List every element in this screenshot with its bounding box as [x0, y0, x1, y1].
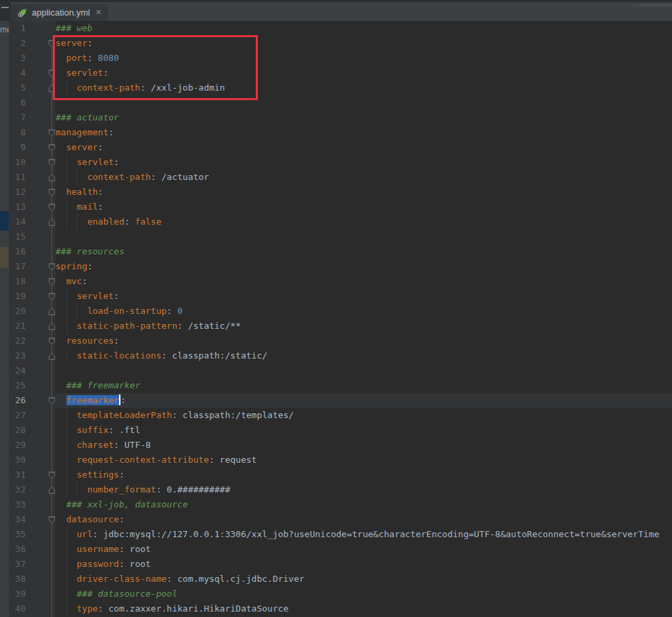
fold-end-marker[interactable]: [48, 174, 55, 181]
code-line[interactable]: [55, 229, 672, 244]
gutter-row[interactable]: 26: [9, 393, 55, 408]
gutter-row[interactable]: 20: [9, 304, 55, 319]
code-line[interactable]: server:: [55, 36, 672, 51]
code-line[interactable]: driver-class-name: com.mysql.cj.jdbc.Dri…: [55, 572, 672, 587]
fold-end-marker[interactable]: [48, 486, 55, 494]
editor[interactable]: ### webserver:port: 8080servlet:context-…: [55, 21, 672, 617]
gutter-row[interactable]: 9: [9, 140, 55, 155]
gutter-row[interactable]: 34: [9, 512, 55, 527]
line-number[interactable]: 16: [9, 244, 26, 259]
fold-start-marker[interactable]: [48, 516, 55, 524]
gutter-row[interactable]: 10: [9, 155, 55, 170]
line-number[interactable]: 14: [9, 214, 26, 229]
code-line[interactable]: resources:: [55, 334, 672, 348]
line-number[interactable]: 36: [9, 542, 26, 557]
line-number[interactable]: 35: [9, 527, 26, 542]
gutter-row[interactable]: 6: [9, 95, 55, 110]
line-number[interactable]: 34: [9, 512, 26, 527]
fold-start-marker[interactable]: [48, 144, 55, 152]
code-line[interactable]: spring:: [55, 259, 672, 274]
line-number[interactable]: 10: [9, 155, 26, 170]
gutter-row[interactable]: 3: [9, 51, 55, 66]
gutter-row[interactable]: 36: [9, 542, 55, 557]
line-number[interactable]: 15: [9, 229, 26, 244]
line-number[interactable]: 25: [9, 378, 26, 393]
fold-start-marker[interactable]: [48, 397, 55, 405]
line-number[interactable]: 39: [9, 587, 26, 601]
gutter-row[interactable]: 35: [9, 527, 55, 542]
fold-end-marker[interactable]: [48, 323, 55, 330]
tab-close-icon[interactable]: ✕: [95, 9, 102, 16]
fold-start-marker[interactable]: [48, 70, 55, 77]
code-line[interactable]: type: com.zaxxer.hikari.HikariDataSource: [55, 601, 672, 616]
code-line[interactable]: server:: [55, 140, 672, 155]
line-number[interactable]: 27: [9, 408, 26, 423]
tab-application-yml[interactable]: application.yml ✕: [11, 4, 108, 21]
code-line[interactable]: static-path-pattern: /static/**: [55, 319, 672, 334]
gutter-row[interactable]: 23: [9, 348, 55, 363]
line-number[interactable]: 19: [9, 289, 26, 304]
gutter-row[interactable]: 39: [9, 587, 55, 601]
gutter-row[interactable]: 37: [9, 557, 55, 572]
gutter-row[interactable]: 17: [9, 259, 55, 274]
fold-end-marker[interactable]: [48, 308, 55, 315]
gutter-row[interactable]: 40: [9, 601, 55, 616]
code-line[interactable]: port: 8080: [55, 51, 672, 66]
code-line[interactable]: mvc:: [55, 274, 672, 289]
code-line[interactable]: context-path: /actuator: [55, 170, 672, 185]
code-line[interactable]: servlet:: [55, 66, 672, 81]
line-number[interactable]: 30: [9, 453, 26, 467]
gutter-row[interactable]: 2: [9, 36, 55, 51]
line-number[interactable]: 2: [9, 36, 26, 51]
gutter-row[interactable]: 32: [9, 482, 55, 497]
code-line[interactable]: load-on-startup: 0: [55, 304, 672, 319]
code-line[interactable]: templateLoaderPath: classpath:/templates…: [55, 408, 672, 423]
line-number[interactable]: 5: [9, 81, 26, 95]
code-line[interactable]: ### datasource-pool: [55, 587, 672, 601]
line-number[interactable]: 8: [9, 125, 26, 140]
code-line[interactable]: request-context-attribute: request: [55, 453, 672, 467]
gutter-row[interactable]: 12: [9, 185, 55, 200]
fold-start-marker[interactable]: [48, 293, 55, 300]
code-line[interactable]: suffix: .ftl: [55, 423, 672, 438]
code-line[interactable]: management:: [55, 125, 672, 140]
code-line[interactable]: number_format: 0.##########: [55, 482, 672, 497]
gutter-row[interactable]: 19: [9, 289, 55, 304]
line-number[interactable]: 23: [9, 348, 26, 363]
code-line[interactable]: datasource:: [55, 512, 672, 527]
gutter-row[interactable]: 25: [9, 378, 55, 393]
fold-start-marker[interactable]: [48, 338, 55, 345]
fold-start-marker[interactable]: [48, 472, 55, 479]
fold-end-marker[interactable]: [48, 219, 55, 226]
gutter-row[interactable]: 28: [9, 423, 55, 438]
code-line[interactable]: mail:: [55, 200, 672, 214]
gutter-row[interactable]: 5: [9, 81, 55, 95]
line-number[interactable]: 32: [9, 482, 26, 497]
line-number[interactable]: 12: [9, 185, 26, 200]
code-line[interactable]: health:: [55, 185, 672, 200]
gutter-row[interactable]: 15: [9, 229, 55, 244]
code-line[interactable]: [55, 95, 672, 110]
line-number[interactable]: 6: [9, 95, 26, 110]
code-line[interactable]: context-path: /xxl-job-admin: [55, 81, 672, 95]
fold-start-marker[interactable]: [48, 278, 55, 285]
code-line[interactable]: charset: UTF-8: [55, 438, 672, 453]
gutter-row[interactable]: 29: [9, 438, 55, 453]
line-number[interactable]: 4: [9, 66, 26, 81]
gutter-row[interactable]: 14: [9, 214, 55, 229]
fold-end-marker[interactable]: [48, 352, 55, 360]
line-number[interactable]: 1: [9, 21, 26, 36]
code-line[interactable]: ### web: [55, 21, 672, 36]
code-line[interactable]: enabled: false: [55, 214, 672, 229]
gutter-row[interactable]: 31: [9, 467, 55, 482]
line-number[interactable]: 13: [9, 200, 26, 214]
line-number[interactable]: 18: [9, 274, 26, 289]
code-line[interactable]: settings:: [55, 467, 672, 482]
line-number[interactable]: 20: [9, 304, 26, 319]
gutter-row[interactable]: 1: [9, 21, 55, 36]
gutter[interactable]: 1234567891011121314151617181920212223242…: [9, 21, 55, 617]
code-line[interactable]: ### resources: [55, 244, 672, 259]
fold-start-marker[interactable]: [48, 189, 55, 196]
fold-start-marker[interactable]: [48, 263, 55, 271]
line-number[interactable]: 22: [9, 334, 26, 348]
